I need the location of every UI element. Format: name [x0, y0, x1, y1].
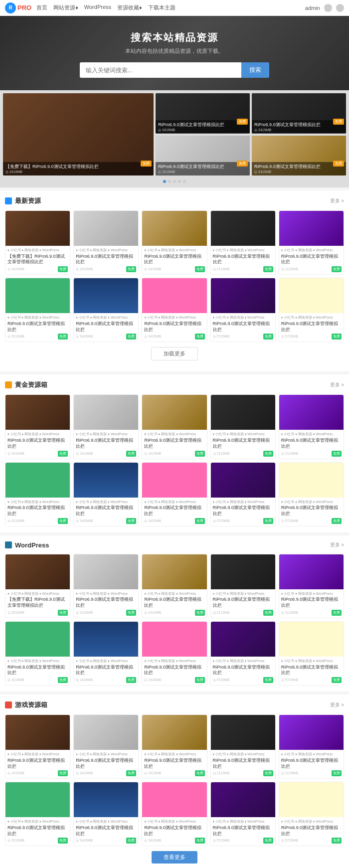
resource-card[interactable]: ♦ 小红书 ♦ 网络资源 ♦ WordPress RiPro6.9.0测试文章管… — [210, 394, 276, 459]
card-time: ◎ 2419MB — [7, 452, 24, 456]
resource-card[interactable]: ♦ 小红书 ♦ 网络资源 ♦ WordPress RiPro6.9.0测试文章管… — [5, 278, 70, 342]
load-more-button[interactable]: 查看更多 — [152, 851, 197, 864]
banner-item[interactable]: RiPro6.9.0测试文章管理模拟比拦◎ 2419MB免费 — [252, 136, 346, 176]
section-more-link[interactable]: 更多 » — [330, 381, 344, 388]
nav-logo[interactable]: R PRO — [5, 2, 31, 13]
card-price: 免费 — [58, 838, 68, 844]
banner-dot[interactable] — [178, 180, 181, 183]
section-more-link[interactable]: 更多 » — [330, 701, 344, 708]
nav-link[interactable]: 网站资源♦ — [53, 4, 78, 11]
card-title: RiPro6.9.0测试文章管理模拟比拦 — [281, 254, 342, 265]
card-price: 免费 — [332, 451, 342, 457]
resource-card[interactable]: ♦ 小红书 ♦ 网络资源 ♦ WordPress RiPro6.9.0测试文章管… — [279, 554, 344, 618]
card-price: 免费 — [263, 838, 273, 844]
resource-card[interactable]: ♦ 小红书 ♦ 网络资源 ♦ WordPress RiPro6.9.0测试文章管… — [5, 462, 70, 526]
resource-card[interactable]: ♦ 小红书 ♦ 网络资源 ♦ WordPress RiPro6.9.0测试文章管… — [210, 782, 276, 846]
resource-card[interactable]: ♦ 小红书 ♦ 网络资源 ♦ WordPress 【免费下载】RiPro6.9.… — [5, 554, 70, 618]
card-footer: ◎ 2419MB 免费 — [7, 266, 68, 272]
card-meta: ♦ 小红书 ♦ 网络资源 ♦ WordPress — [281, 659, 342, 664]
card-price: 免费 — [126, 334, 136, 340]
banner-item[interactable]: RiPro6.9.0测试文章管理模拟比拦◎ 2419MB免费 — [252, 93, 346, 134]
resource-card[interactable]: ♦ 小红书 ♦ 网络资源 ♦ WordPress RiPro6.9.0测试文章管… — [210, 621, 276, 686]
resource-card[interactable]: ♦ 小红书 ♦ 网络资源 ♦ WordPress RiPro6.9.0测试文章管… — [73, 714, 139, 779]
resource-card[interactable]: ♦ 小红书 ♦ 网络资源 ♦ WordPress RiPro6.9.0测试文章管… — [142, 462, 207, 526]
card-thumbnail — [142, 278, 206, 313]
logo-text: PRO — [17, 4, 31, 11]
banner-dot[interactable] — [173, 180, 176, 183]
card-footer: ◎ 5729MB 免费 — [213, 677, 273, 683]
banner-dot[interactable] — [163, 180, 166, 183]
card-title: RiPro6.9.0测试文章管理模拟比拦 — [213, 758, 273, 769]
search-button[interactable]: 搜索 — [241, 62, 269, 78]
banner-item[interactable]: RiPro6.9.0测试文章管理模拟比拦◎ 2419MB免费 — [156, 136, 250, 176]
resource-card[interactable]: ♦ 小红书 ♦ 网络资源 ♦ WordPress RiPro6.9.0测试文章管… — [73, 782, 139, 846]
resource-card[interactable]: ♦ 小红书 ♦ 网络资源 ♦ WordPress RiPro6.9.0测试文章管… — [73, 621, 139, 686]
nav-link[interactable]: 下载本主题 — [148, 4, 175, 11]
resource-card[interactable]: ♦ 小红书 ♦ 网络资源 ♦ WordPress RiPro6.9.0测试文章管… — [142, 621, 207, 686]
banner-item[interactable]: RiPro6.9.0测试文章管理模拟比拦◎ 2419MB免费 — [156, 93, 250, 134]
navigation: R PRO 首页网站资源♦WordPress资源收藏♦下载本主题 admin — [0, 0, 349, 16]
card-thumbnail — [142, 782, 206, 817]
resource-card[interactable]: ♦ 小红书 ♦ 网络资源 ♦ WordPress RiPro6.9.0测试文章管… — [279, 621, 344, 686]
resource-card[interactable]: ♦ 小红书 ♦ 网络资源 ♦ WordPress RiPro6.9.0测试文章管… — [142, 782, 207, 846]
resource-card[interactable]: ♦ 小红书 ♦ 网络资源 ♦ WordPress RiPro6.9.0测试文章管… — [5, 621, 70, 686]
card-title: RiPro6.9.0测试文章管理模拟比拦 — [7, 438, 68, 449]
resource-card[interactable]: ♦ 小红书 ♦ 网络资源 ♦ WordPress RiPro6.9.0测试文章管… — [142, 554, 207, 618]
resource-card[interactable]: ♦ 小红书 ♦ 网络资源 ♦ WordPress RiPro6.9.0测试文章管… — [73, 462, 139, 526]
resource-card[interactable]: ♦ 小红书 ♦ 网络资源 ♦ WordPress RiPro6.9.0测试文章管… — [210, 462, 276, 526]
banner-item[interactable]: 【免费下载】RiPro6.9.0测试文章管理模拟比拦◎ 2419MB免费 — [3, 93, 154, 175]
banner-dot[interactable] — [183, 180, 186, 183]
resource-card[interactable]: ♦ 小红书 ♦ 网络资源 ♦ WordPress 【免费下载】RiPro6.9.… — [5, 210, 70, 275]
nav-admin[interactable]: admin — [305, 5, 320, 11]
card-meta: ♦ 小红书 ♦ 网络资源 ♦ WordPress — [144, 591, 204, 596]
resource-card[interactable]: ♦ 小红书 ♦ 网络资源 ♦ WordPress RiPro6.9.0测试文章管… — [210, 714, 276, 779]
resource-card[interactable]: ♦ 小红书 ♦ 网络资源 ♦ WordPress RiPro6.9.0测试文章管… — [210, 278, 276, 342]
search-input[interactable] — [80, 62, 241, 78]
card-time: ◎ 2119MB — [281, 611, 298, 615]
nav-link[interactable]: WordPress — [84, 4, 111, 11]
card-time: ◎ 2119MB — [213, 771, 230, 775]
resource-card[interactable]: ♦ 小红书 ♦ 网络资源 ♦ WordPress RiPro6.9.0测试文章管… — [5, 394, 70, 459]
section-more-link[interactable]: 更多 » — [330, 541, 344, 548]
card-footer: ◎ 5219MB 免费 — [7, 334, 68, 340]
resource-card[interactable]: ♦ 小红书 ♦ 网络资源 ♦ WordPress RiPro6.9.0测试文章管… — [142, 210, 207, 275]
card-body: ♦ 小红书 ♦ 网络资源 ♦ WordPress RiPro6.9.0测试文章管… — [142, 589, 206, 618]
banner-dot[interactable] — [168, 180, 171, 183]
resource-card[interactable]: ♦ 小红书 ♦ 网络资源 ♦ WordPress RiPro6.9.0测试文章管… — [73, 394, 139, 459]
cards-grid: ♦ 小红书 ♦ 网络资源 ♦ WordPress 【免费下载】RiPro6.9.… — [5, 554, 344, 686]
resource-card[interactable]: ♦ 小红书 ♦ 网络资源 ♦ WordPress RiPro6.9.0测试文章管… — [5, 782, 70, 846]
resource-card[interactable]: ♦ 小红书 ♦ 网络资源 ♦ WordPress RiPro6.9.0测试文章管… — [210, 210, 276, 275]
resource-card[interactable]: ♦ 小红书 ♦ 网络资源 ♦ WordPress RiPro6.9.0测试文章管… — [279, 394, 344, 459]
resource-card[interactable]: ♦ 小红书 ♦ 网络资源 ♦ WordPress RiPro6.9.0测试文章管… — [142, 714, 207, 779]
resource-card[interactable]: ♦ 小红书 ♦ 网络资源 ♦ WordPress RiPro6.9.0测试文章管… — [5, 714, 70, 779]
nav-link[interactable]: 资源收藏♦ — [117, 4, 142, 11]
card-price: 免费 — [195, 770, 205, 776]
resource-card[interactable]: ♦ 小红书 ♦ 网络资源 ♦ WordPress RiPro6.9.0测试文章管… — [279, 210, 344, 275]
card-time: ◎ 2419MB — [7, 267, 24, 271]
load-more-button[interactable]: 加载更多 — [151, 347, 198, 360]
resource-card[interactable]: ♦ 小红书 ♦ 网络资源 ♦ WordPress RiPro6.9.0测试文章管… — [279, 714, 344, 779]
user-icon[interactable] — [324, 4, 332, 12]
resource-card[interactable]: ♦ 小红书 ♦ 网络资源 ♦ WordPress RiPro6.9.0测试文章管… — [279, 462, 344, 526]
card-title: RiPro6.9.0测试文章管理模拟比拦 — [7, 505, 68, 517]
resource-card[interactable]: ♦ 小红书 ♦ 网络资源 ♦ WordPress RiPro6.9.0测试文章管… — [73, 278, 139, 342]
resource-card[interactable]: ♦ 小红书 ♦ 网络资源 ♦ WordPress RiPro6.9.0测试文章管… — [142, 394, 207, 459]
card-footer: ◎ 2119MB 免费 — [281, 266, 342, 272]
section-more-link[interactable]: 更多 » — [330, 197, 344, 204]
card-footer: ◎ 3429MB 免费 — [76, 838, 136, 844]
resource-card[interactable]: ♦ 小红书 ♦ 网络资源 ♦ WordPress RiPro6.9.0测试文章管… — [73, 554, 139, 618]
nav-link[interactable]: 首页 — [36, 4, 47, 11]
section-title: WordPress — [15, 541, 49, 549]
card-title: RiPro6.9.0测试文章管理模拟比拦 — [144, 505, 204, 517]
resource-card[interactable]: ♦ 小红书 ♦ 网络资源 ♦ WordPress RiPro6.9.0测试文章管… — [73, 210, 139, 275]
resource-card[interactable]: ♦ 小红书 ♦ 网络资源 ♦ WordPress RiPro6.9.0测试文章管… — [142, 278, 207, 342]
resource-card[interactable]: ♦ 小红书 ♦ 网络资源 ♦ WordPress RiPro6.9.0测试文章管… — [279, 278, 344, 342]
settings-icon[interactable] — [336, 4, 344, 12]
card-body: ♦ 小红书 ♦ 网络资源 ♦ WordPress RiPro6.9.0测试文章管… — [279, 817, 344, 846]
resource-card[interactable]: ♦ 小红书 ♦ 网络资源 ♦ WordPress RiPro6.9.0测试文章管… — [210, 554, 276, 618]
card-body: ♦ 小红书 ♦ 网络资源 ♦ WordPress RiPro6.9.0测试文章管… — [211, 750, 275, 778]
resource-card[interactable]: ♦ 小红书 ♦ 网络资源 ♦ WordPress RiPro6.9.0测试文章管… — [279, 782, 344, 846]
card-meta: ♦ 小红书 ♦ 网络资源 ♦ WordPress — [281, 500, 342, 505]
card-thumbnail — [279, 622, 344, 657]
card-body: ♦ 小红书 ♦ 网络资源 ♦ WordPress RiPro6.9.0测试文章管… — [5, 750, 70, 778]
